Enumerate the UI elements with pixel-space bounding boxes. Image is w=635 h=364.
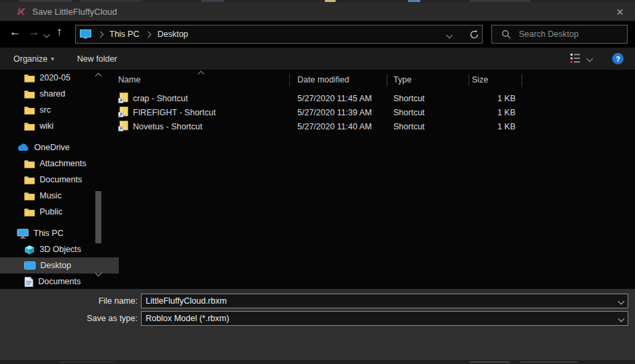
views-icon[interactable]	[570, 53, 582, 64]
background-fragment	[520, 361, 577, 363]
search-box[interactable]	[491, 25, 628, 44]
address-bar[interactable]: This PC Desktop	[75, 25, 483, 44]
sidebar-scrollbar-thumb[interactable]	[95, 191, 101, 243]
sidebar-item-onedrive[interactable]: OneDrive	[17, 139, 70, 156]
background-fragment	[325, 0, 336, 2]
new-folder-label: New folder	[77, 54, 117, 64]
bottom-panel: File name: Save as type: Roblox Model (*…	[0, 289, 635, 364]
shortcut-file-icon	[118, 93, 129, 103]
sidebar-item-desktop[interactable]: Desktop	[0, 257, 119, 274]
save-as-type-label: Save as type:	[0, 311, 138, 326]
navigation-bar: ← → ↑ This PC Desktop	[0, 21, 635, 48]
sidebar-item-documents[interactable]: Documents	[24, 172, 82, 188]
column-divider[interactable]	[289, 74, 290, 86]
folder-tree-sidebar: 2020-05 shared src wiki OneDrive Attac	[0, 70, 104, 289]
file-list: Name Date modified Type Size crap - Shor…	[104, 70, 635, 289]
sidebar-item-2020-05[interactable]: 2020-05	[24, 70, 70, 86]
file-name-dropdown-chevron-icon[interactable]	[614, 299, 628, 304]
background-taskbar-sliver	[0, 360, 635, 364]
sidebar-item-src[interactable]: src	[24, 102, 51, 118]
sidebar-item-label: Music	[40, 191, 62, 200]
sidebar-item-label: OneDrive	[34, 143, 70, 152]
recent-locations-chevron-icon[interactable]	[44, 32, 50, 38]
sidebar-item-label: Desktop	[40, 261, 71, 270]
sidebar-item-this-pc[interactable]: This PC	[17, 225, 63, 241]
title-bar: N Save LittleFluffyCloud ✕	[0, 3, 635, 21]
save-as-type-value: Roblox Model (*.rbxm)	[142, 312, 614, 325]
file-date-modified: 5/27/2020 11:40 AM	[297, 119, 372, 133]
column-header-size[interactable]: Size	[472, 70, 488, 90]
file-size: 1 KB	[469, 91, 516, 105]
sidebar-item-label: Public	[40, 207, 62, 217]
up-icon[interactable]: ↑	[56, 26, 62, 38]
organize-button[interactable]: Organize ▾	[13, 54, 54, 64]
breadcrumb-this-pc[interactable]: This PC	[107, 29, 142, 39]
file-name: FIREFIGHT - Shortcut	[133, 105, 215, 119]
background-fragment	[470, 0, 530, 2]
file-name-label: File name:	[0, 294, 138, 308]
content-area: 2020-05 shared src wiki OneDrive Attac	[0, 70, 635, 289]
column-divider[interactable]	[387, 74, 387, 86]
breadcrumb-chevron-icon[interactable]	[97, 31, 104, 38]
back-icon[interactable]: ←	[9, 26, 21, 38]
sidebar-item-wiki[interactable]: wiki	[24, 118, 54, 134]
breadcrumb-chevron-icon[interactable]	[145, 31, 152, 38]
file-size: 1 KB	[469, 119, 516, 133]
save-as-type-combobox[interactable]: Roblox Model (*.rbxm)	[141, 311, 628, 326]
breadcrumb-desktop[interactable]: Desktop	[154, 29, 191, 39]
file-type: Shortcut	[393, 91, 425, 105]
column-divider[interactable]	[469, 74, 469, 86]
shortcut-file-icon	[118, 107, 129, 117]
refresh-icon[interactable]	[469, 29, 480, 40]
file-name-input[interactable]	[142, 296, 614, 306]
sidebar-item-label: This PC	[34, 229, 63, 238]
sidebar-item-shared[interactable]: shared	[24, 86, 65, 102]
command-bar: Organize ▾ New folder ?	[0, 48, 635, 70]
window-title: Save LittleFluffyCloud	[32, 7, 117, 17]
organize-caret-icon: ▾	[51, 55, 54, 62]
background-fragment	[408, 0, 420, 2]
file-name: Novetus - Shortcut	[133, 119, 203, 133]
forward-icon[interactable]: →	[28, 26, 40, 38]
sidebar-item-label: shared	[40, 89, 65, 99]
sidebar-item-3d-objects[interactable]: 3D Objects	[24, 241, 81, 257]
address-dropdown-chevron-icon[interactable]	[446, 32, 453, 39]
view-controls	[570, 53, 592, 64]
column-header-name[interactable]: Name	[118, 70, 286, 90]
sidebar-item-label: wiki	[40, 121, 54, 131]
cloud-icon	[17, 143, 30, 151]
search-input[interactable]	[518, 29, 621, 40]
desktop-icon	[24, 261, 36, 270]
sidebar-item-label: 3D Objects	[40, 245, 81, 254]
close-icon[interactable]: ✕	[605, 3, 635, 21]
file-date-modified: 5/27/2020 11:45 AM	[297, 91, 372, 105]
cube-icon	[24, 245, 35, 255]
background-fragment	[81, 0, 141, 2]
help-icon[interactable]: ?	[612, 53, 624, 64]
sidebar-item-music[interactable]: Music	[24, 188, 62, 204]
file-type: Shortcut	[393, 105, 425, 119]
search-icon	[501, 29, 511, 39]
views-dropdown-chevron-icon[interactable]	[587, 55, 593, 62]
background-fragment	[201, 0, 224, 2]
novetus-logo-icon: N	[16, 6, 27, 17]
sidebar-item-attachments[interactable]: Attachments	[24, 156, 86, 172]
sidebar-item-documents-pc[interactable]: Documents	[24, 274, 81, 289]
document-icon	[24, 277, 34, 287]
column-header-date-modified[interactable]: Date modified	[297, 70, 349, 90]
column-header-type[interactable]: Type	[393, 70, 411, 90]
sidebar-item-label: Attachments	[40, 159, 86, 168]
sidebar-item-label: 2020-05	[40, 73, 70, 82]
file-name-combobox[interactable]	[141, 294, 628, 308]
shortcut-file-icon	[118, 121, 129, 131]
save-as-type-dropdown-chevron-icon[interactable]	[614, 316, 628, 321]
sidebar-scroll-up-icon[interactable]	[95, 73, 102, 80]
new-folder-button[interactable]: New folder	[77, 54, 117, 64]
file-name: crap - Shortcut	[133, 91, 188, 105]
background-fragment	[60, 361, 114, 363]
sidebar-item-public[interactable]: Public	[24, 204, 62, 220]
file-date-modified: 5/27/2020 11:39 AM	[297, 105, 372, 119]
file-size: 1 KB	[469, 105, 516, 119]
column-divider[interactable]	[522, 74, 522, 86]
background-fragment	[470, 361, 510, 363]
